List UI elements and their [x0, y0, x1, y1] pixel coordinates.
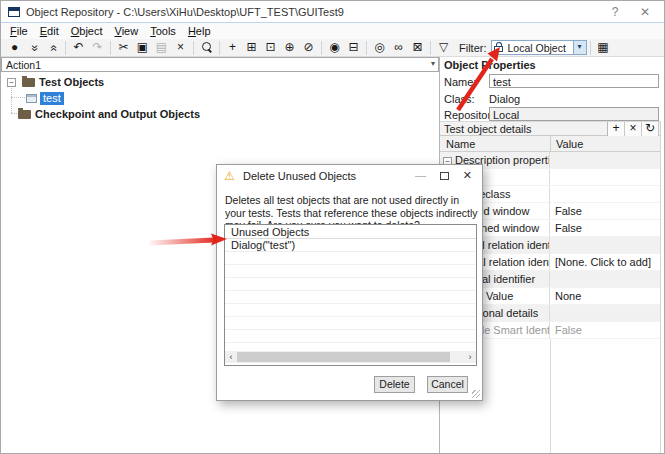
- repository-field: Local: [489, 107, 659, 121]
- import-repository-icon[interactable]: ⊟: [344, 40, 363, 56]
- scroll-right-icon[interactable]: ›: [464, 351, 476, 363]
- tree-connector: [11, 97, 25, 98]
- menu-item-object[interactable]: Object: [65, 24, 109, 38]
- property-value: [550, 237, 660, 253]
- menu-bar: FileEditObjectViewToolsHelp: [1, 23, 665, 39]
- tree-item-test[interactable]: test: [26, 91, 64, 105]
- expand-all-icon[interactable]: »: [26, 38, 42, 57]
- close-button[interactable]: ✕: [634, 4, 656, 20]
- collapse-all-icon[interactable]: «: [45, 38, 61, 57]
- redo-icon[interactable]: ↷: [88, 40, 107, 56]
- dialog-title: Delete Unused Objects: [243, 170, 356, 182]
- toolbar-separator: [193, 41, 194, 55]
- toolbar-separator: [590, 41, 591, 55]
- filter-combobox[interactable]: Local Object▾: [491, 40, 587, 55]
- scroll-left-icon[interactable]: ‹: [225, 351, 237, 363]
- menu-item-file[interactable]: File: [4, 24, 34, 38]
- list-empty-row: [225, 304, 476, 317]
- unused-objects-header: Unused Objects: [225, 225, 476, 239]
- main-toolbar: ●»«↶↷✂▣▤×+⊞⊡⊕⊘◉⊟◎∞⊠▽Filter:Local Object▾…: [1, 39, 665, 57]
- toolbar-separator: [65, 41, 66, 55]
- scrollbar-thumb[interactable]: [237, 352, 450, 362]
- list-empty-row: [225, 291, 476, 304]
- menu-item-help[interactable]: Help: [182, 24, 217, 38]
- dialog-title-bar: ⚠ Delete Unused Objects — ✕: [217, 165, 482, 187]
- column-header-name[interactable]: Name: [446, 138, 475, 150]
- property-value: False: [550, 203, 660, 219]
- help-button[interactable]: ?: [604, 4, 626, 20]
- tree-item-checkpoint-objects[interactable]: Checkpoint and Output Objects: [18, 107, 200, 121]
- dialog-close-icon[interactable]: ✕: [463, 169, 472, 182]
- pane-title: Object Properties: [444, 59, 536, 71]
- unused-objects-list[interactable]: Unused ObjectsDialog("test"): [224, 224, 477, 366]
- property-value: False: [550, 220, 660, 236]
- folder-icon: [22, 78, 35, 87]
- tree-item-label-selected: test: [40, 92, 64, 105]
- tree-item-label: Test Objects: [39, 76, 104, 88]
- column-divider[interactable]: [550, 136, 551, 151]
- repository-viewer-icon[interactable]: ∞: [389, 40, 408, 56]
- compare-repositories-icon[interactable]: ◎: [370, 40, 389, 56]
- delete-unused-objects-dialog: ⚠ Delete Unused Objects — ✕ Deletes all …: [216, 164, 483, 401]
- action-selector[interactable]: Action1 ▾: [1, 57, 439, 72]
- folder-icon: [18, 110, 31, 119]
- delete-property-button[interactable]: ×: [625, 122, 642, 136]
- collapse-expander-icon[interactable]: −: [7, 78, 16, 87]
- set-filter-options-icon[interactable]: ▦: [594, 40, 613, 56]
- refresh-properties-button[interactable]: ↻: [642, 122, 659, 136]
- tree-connector: [11, 85, 12, 113]
- lock-body: [494, 46, 503, 52]
- menu-item-view[interactable]: View: [109, 24, 145, 38]
- name-field[interactable]: test: [489, 74, 659, 88]
- details-title: Test object details: [444, 123, 531, 135]
- details-bar: Test object details +×↻: [440, 121, 660, 136]
- column-header-value[interactable]: Value: [556, 138, 583, 150]
- spy-ball-icon[interactable]: ●: [5, 40, 24, 56]
- title-bar: Object Repository - C:\Users\XiHu\Deskto…: [1, 1, 665, 23]
- find-icon[interactable]: [197, 40, 216, 56]
- class-label: Class:: [444, 93, 475, 105]
- unused-object-item[interactable]: Dialog("test"): [225, 239, 476, 252]
- add-objects-to-local-icon[interactable]: ⊞: [242, 40, 261, 56]
- property-value: [550, 186, 660, 202]
- object-repository-window: Object Repository - C:\Users\XiHu\Deskto…: [0, 0, 665, 454]
- menu-item-edit[interactable]: Edit: [34, 24, 65, 38]
- list-empty-row: [225, 330, 476, 343]
- toolbar-separator: [219, 41, 220, 55]
- grid-header: Name Value: [440, 136, 660, 152]
- highlight-in-application-icon[interactable]: ⊕: [280, 40, 299, 56]
- warning-icon: ⚠: [224, 169, 235, 183]
- object-spy-icon[interactable]: ◉: [325, 40, 344, 56]
- horizontal-scrollbar[interactable]: ‹ ›: [225, 351, 476, 363]
- delete-button[interactable]: Delete: [374, 376, 415, 393]
- toolbar-separator: [321, 41, 322, 55]
- tree-item-label: Checkpoint and Output Objects: [35, 108, 200, 120]
- undo-icon[interactable]: ↶: [69, 40, 88, 56]
- cancel-button[interactable]: Cancel: [427, 376, 468, 393]
- property-value: None: [550, 288, 660, 304]
- list-empty-row: [225, 265, 476, 278]
- window-title: Object Repository - C:\Users\XiHu\Deskto…: [26, 6, 344, 18]
- toolbar-separator: [110, 41, 111, 55]
- locate-in-repository-icon[interactable]: ⊘: [299, 40, 318, 56]
- menu-item-tools[interactable]: Tools: [144, 24, 182, 38]
- tree-item-test-objects[interactable]: − Test Objects: [7, 75, 104, 89]
- delete-icon[interactable]: ×: [171, 40, 190, 56]
- action-selector-value: Action1: [6, 59, 41, 71]
- filter-icon[interactable]: ▽: [434, 40, 453, 56]
- update-from-application-icon[interactable]: ⊡: [261, 40, 280, 56]
- maximize-icon[interactable]: [440, 172, 449, 180]
- resize-grip[interactable]: [472, 390, 480, 398]
- cut-icon[interactable]: ✂: [114, 40, 133, 56]
- filter-label: Filter:: [459, 42, 487, 54]
- merge-repositories-icon[interactable]: ⊠: [408, 40, 427, 56]
- dropdown-arrow-icon[interactable]: ▾: [573, 41, 586, 54]
- paste-icon[interactable]: ▤: [152, 40, 171, 56]
- define-new-test-object-icon[interactable]: +: [223, 40, 242, 56]
- copy-icon[interactable]: ▣: [133, 40, 152, 56]
- add-property-button[interactable]: +: [608, 122, 625, 136]
- toolbar-separator: [430, 41, 431, 55]
- details-toolbar: +×↻: [607, 122, 659, 136]
- property-value: [550, 169, 660, 185]
- dropdown-arrow-icon[interactable]: ▾: [431, 59, 435, 68]
